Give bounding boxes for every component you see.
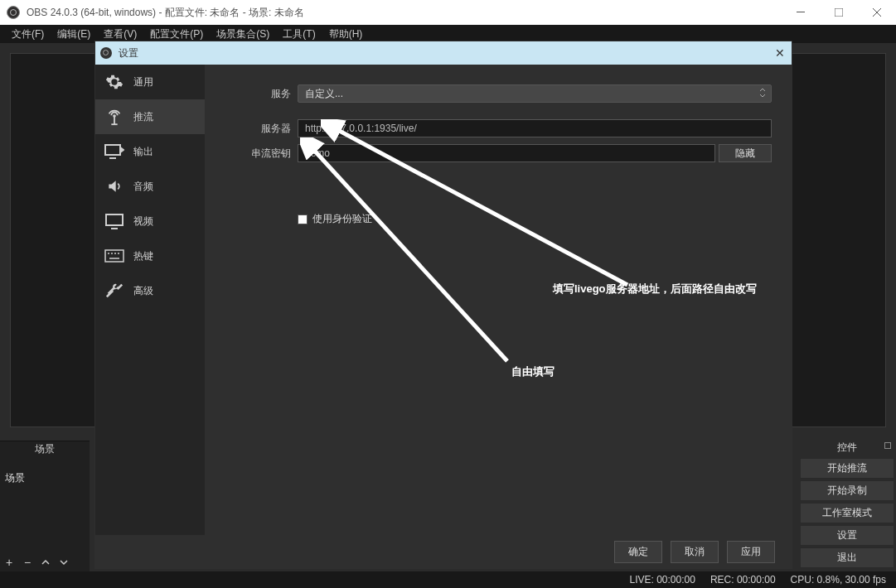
menu-file[interactable]: 文件(F): [5, 26, 51, 43]
scene-down-button[interactable]: [55, 553, 73, 571]
settings-sidebar: 通用 推流 输出 音频 视频 热键: [95, 65, 205, 535]
main-titlebar: OBS 24.0.3 (64-bit, windows) - 配置文件: 未命名…: [0, 0, 896, 25]
keyboard-icon: [104, 247, 125, 265]
svg-rect-7: [105, 145, 120, 155]
menu-tools[interactable]: 工具(T): [276, 26, 322, 43]
apply-button[interactable]: 应用: [727, 541, 775, 563]
controls-panel: 控件 开始推流 开始录制 工作室模式 设置 退出: [798, 437, 896, 571]
scene-add-button[interactable]: +: [0, 553, 18, 571]
close-button[interactable]: [858, 0, 896, 25]
stream-key-label: 串流密钥: [225, 147, 291, 161]
status-cpu: CPU: 0.8%, 30.00 fps: [791, 574, 886, 586]
minimize-button[interactable]: [782, 0, 820, 25]
use-auth-checkbox[interactable]: [298, 214, 308, 224]
studio-mode-button[interactable]: 工作室模式: [800, 503, 894, 523]
menu-scene-collection[interactable]: 场景集合(S): [210, 26, 276, 43]
controls-header: 控件: [800, 439, 894, 456]
dialog-footer: 确定 取消 应用: [95, 535, 792, 568]
settings-content: 服务 自定义... 服务器 http://127.0.0.1:1935/live…: [205, 65, 792, 535]
scene-item[interactable]: 场景: [5, 471, 85, 485]
settings-dialog: 设置 ✕ 通用 推流 输出 音频 视频: [95, 41, 792, 568]
svg-line-18: [310, 146, 507, 361]
obs-dialog-icon: [100, 47, 112, 59]
server-label: 服务器: [225, 122, 291, 136]
start-recording-button[interactable]: 开始录制: [800, 480, 894, 501]
annotation-server: 填写livego服务器地址，后面路径自由改写: [553, 282, 757, 296]
annotation-key: 自由填写: [511, 364, 555, 379]
sidebar-item-output[interactable]: 输出: [95, 134, 205, 169]
ok-button[interactable]: 确定: [614, 541, 662, 563]
sidebar-item-hotkeys[interactable]: 热键: [95, 239, 205, 273]
popout-icon[interactable]: [884, 442, 891, 449]
menu-help[interactable]: 帮助(H): [322, 26, 370, 43]
scenes-header: 场景: [0, 441, 90, 456]
dialog-close-button[interactable]: ✕: [775, 46, 785, 60]
status-live: LIVE: 00:00:00: [629, 574, 695, 586]
start-streaming-button[interactable]: 开始推流: [800, 458, 894, 479]
svg-rect-1: [835, 8, 843, 17]
audio-icon: [104, 177, 125, 195]
sidebar-item-general[interactable]: 通用: [95, 65, 205, 99]
annotation-arrow-key: [300, 137, 516, 369]
video-icon: [104, 212, 125, 230]
menu-edit[interactable]: 编辑(E): [51, 26, 97, 43]
sidebar-item-video[interactable]: 视频: [95, 204, 205, 239]
stream-key-input[interactable]: demo: [298, 144, 715, 162]
service-label: 服务: [225, 87, 291, 101]
gear-icon: [104, 73, 125, 91]
svg-rect-11: [105, 250, 124, 262]
scene-up-button[interactable]: [36, 553, 55, 571]
scene-remove-button[interactable]: −: [18, 553, 36, 571]
menubar: 文件(F) 编辑(E) 查看(V) 配置文件(P) 场景集合(S) 工具(T) …: [0, 25, 896, 43]
service-select[interactable]: 自定义...: [298, 84, 772, 103]
svg-rect-0: [797, 12, 805, 12]
menu-profile[interactable]: 配置文件(P): [143, 26, 210, 43]
chevron-updown-icon: [759, 88, 766, 100]
svg-point-4: [114, 115, 115, 117]
menu-view[interactable]: 查看(V): [97, 26, 143, 43]
status-rec: REC: 00:00:00: [710, 574, 776, 586]
window-title: OBS 24.0.3 (64-bit, windows) - 配置文件: 未命名…: [27, 6, 304, 20]
tools-icon: [104, 282, 125, 300]
cancel-button[interactable]: 取消: [671, 541, 719, 563]
maximize-button[interactable]: [820, 0, 858, 25]
output-icon: [104, 142, 125, 161]
use-auth-label: 使用身份验证: [312, 212, 372, 226]
sidebar-item-advanced[interactable]: 高级: [95, 273, 205, 308]
hide-key-button[interactable]: 隐藏: [719, 144, 772, 162]
sidebar-item-stream[interactable]: 推流: [95, 99, 205, 134]
sidebar-item-audio[interactable]: 音频: [95, 169, 205, 204]
antenna-icon: [104, 108, 125, 126]
scenes-panel: 场景 场景 + −: [0, 441, 90, 571]
settings-button[interactable]: 设置: [800, 525, 894, 546]
status-bar: LIVE: 00:00:00 REC: 00:00:00 CPU: 0.8%, …: [0, 571, 896, 588]
dialog-title: 设置: [119, 46, 138, 60]
server-input[interactable]: http://127.0.0.1:1935/live/: [298, 119, 772, 137]
obs-app-icon: [7, 6, 20, 19]
dialog-titlebar[interactable]: 设置 ✕: [95, 41, 792, 65]
exit-button[interactable]: 退出: [800, 547, 894, 568]
svg-rect-9: [106, 214, 123, 225]
